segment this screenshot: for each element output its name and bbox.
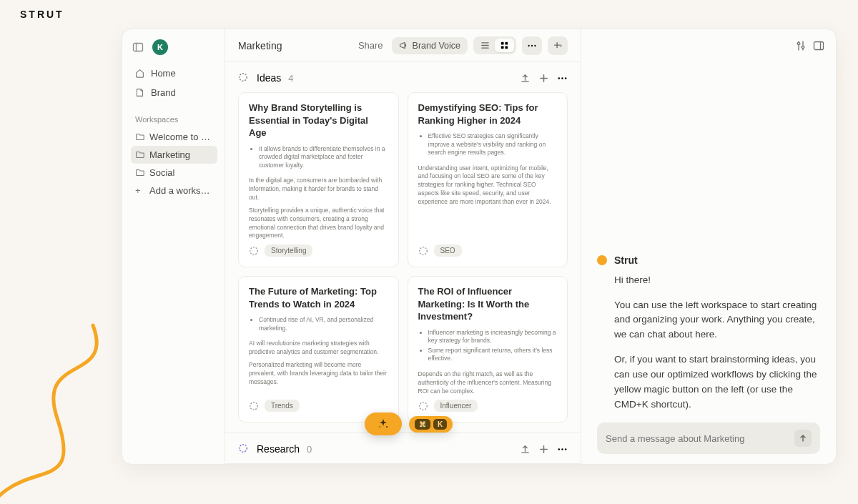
- page-title: Marketing: [238, 40, 282, 51]
- card-title: The ROI of Influencer Marketing: Is It W…: [418, 285, 558, 323]
- workspace-label: Welcome to Strut (St...: [149, 132, 213, 142]
- svg-point-12: [564, 77, 566, 79]
- card-title: The Future of Marketing: Top Trends to W…: [249, 285, 388, 310]
- cards-grid-ideas: Why Brand Storytelling is Essential in T…: [225, 92, 581, 433]
- svg-point-26: [802, 46, 804, 48]
- site-brand: STRUT: [20, 9, 64, 20]
- section-label: Research: [257, 443, 300, 455]
- add-icon[interactable]: [538, 443, 549, 455]
- export-icon[interactable]: [519, 72, 531, 84]
- new-menu-button[interactable]: [548, 36, 568, 55]
- folder-icon: [135, 132, 144, 142]
- home-icon: [135, 69, 145, 78]
- nav-list: HomeBrand: [131, 65, 217, 101]
- svg-point-30: [379, 426, 380, 428]
- section-count: 4: [288, 73, 293, 84]
- card-bullets: Effective SEO strategies can significant…: [418, 132, 558, 158]
- svg-rect-4: [501, 46, 504, 49]
- svg-point-10: [558, 77, 559, 79]
- section-status-icon: [238, 443, 250, 455]
- right-panel-toggle-icon[interactable]: [813, 40, 824, 51]
- card-para: In the digital age, consumers are bombar…: [249, 177, 388, 202]
- sidebar-item-social[interactable]: Social: [131, 164, 217, 182]
- svg-point-16: [419, 402, 427, 410]
- card-title: Demystifying SEO: Tips for Ranking Highe…: [418, 102, 558, 127]
- nav-item-brand[interactable]: Brand: [131, 84, 217, 101]
- strut-avatar-dot: [597, 255, 607, 265]
- send-button[interactable]: [794, 430, 812, 447]
- card-status-icon: [249, 246, 259, 256]
- svg-point-6: [528, 44, 529, 46]
- svg-point-19: [561, 448, 563, 450]
- workspaces-heading: Workspaces: [131, 112, 217, 128]
- section-count: 0: [307, 444, 312, 455]
- nav-label: Home: [151, 68, 176, 79]
- svg-rect-5: [505, 46, 508, 49]
- list-view-button[interactable]: [475, 39, 495, 52]
- svg-rect-27: [814, 42, 824, 50]
- sidebar-item-welcome-to-strut-st-[interactable]: Welcome to Strut (St...: [131, 128, 217, 146]
- more-menu-button[interactable]: [522, 36, 542, 55]
- sidebar-item-marketing[interactable]: Marketing: [131, 146, 217, 164]
- brand-voice-label: Brand Voice: [413, 41, 460, 51]
- add-icon[interactable]: [538, 72, 549, 84]
- grid-view-button[interactable]: [495, 39, 514, 52]
- svg-point-13: [250, 247, 258, 255]
- svg-point-29: [386, 426, 388, 428]
- svg-rect-3: [505, 42, 508, 45]
- folder-icon: [135, 168, 144, 177]
- card-status-icon: [418, 401, 428, 411]
- share-button[interactable]: Share: [358, 40, 383, 51]
- card-para: Depends on the right match, as well as t…: [418, 370, 558, 396]
- card[interactable]: Why Brand Storytelling is Essential in T…: [238, 92, 399, 267]
- card-bullet: Effective SEO strategies can significant…: [428, 132, 558, 157]
- section-status-icon: [238, 72, 250, 84]
- add-workspace-label: Add a workspace: [149, 185, 213, 196]
- svg-point-14: [419, 247, 427, 255]
- svg-point-15: [250, 402, 258, 410]
- folder-icon: [135, 150, 144, 159]
- main-scroll[interactable]: Ideas4Why Brand Storytelling is Essentia…: [225, 62, 581, 464]
- magic-button[interactable]: [365, 412, 402, 435]
- workspace-label: Social: [149, 167, 213, 178]
- more-icon[interactable]: [556, 443, 568, 455]
- card-tag: SEO: [434, 244, 462, 257]
- chat-para-2: Or, if you want to start brainstorming i…: [597, 352, 820, 412]
- magic-shortcut: ⌘ K: [409, 416, 453, 433]
- brand-voice-button[interactable]: Brand Voice: [392, 37, 468, 54]
- sparkle-icon: [378, 418, 389, 430]
- card-bullet: Continued rise of AI, VR, and personaliz…: [259, 316, 388, 332]
- card-status-icon: [418, 246, 428, 256]
- avatar[interactable]: K: [152, 39, 168, 55]
- svg-point-25: [797, 42, 799, 44]
- card-tag: Trends: [265, 400, 300, 412]
- svg-rect-2: [501, 42, 504, 45]
- svg-rect-0: [134, 44, 143, 51]
- card-para: Understanding user intent, optimizing fo…: [418, 164, 558, 207]
- chat-input[interactable]: [606, 433, 794, 444]
- card[interactable]: The ROI of Influencer Marketing: Is It W…: [408, 276, 568, 423]
- card-bullet: It allows brands to differentiate themse…: [259, 145, 388, 169]
- card[interactable]: Demystifying SEO: Tips for Ranking Highe…: [408, 92, 568, 267]
- section-label: Ideas: [257, 72, 281, 84]
- svg-point-8: [534, 44, 536, 46]
- sliders-icon[interactable]: [796, 40, 807, 51]
- card-bullets: It allows brands to differentiate themse…: [249, 145, 388, 171]
- svg-point-17: [240, 445, 247, 453]
- add-workspace-button[interactable]: + Add a workspace: [131, 182, 217, 199]
- workspace-label: Marketing: [149, 149, 213, 160]
- nav-label: Brand: [151, 87, 176, 98]
- sidebar-toggle-icon[interactable]: [131, 40, 145, 54]
- card-para: AI will revolutionize marketing strategi…: [249, 340, 388, 357]
- card-bullet: Influencer marketing is increasingly bec…: [428, 329, 558, 345]
- more-icon[interactable]: [556, 72, 568, 84]
- chat-greeting: Hi there!: [597, 273, 820, 288]
- sidebar: K HomeBrand Workspaces Welcome to Strut …: [122, 29, 225, 464]
- nav-item-home[interactable]: Home: [131, 65, 217, 81]
- card-para: Storytelling provides a unique, authenti…: [249, 207, 388, 241]
- kbd-k: K: [433, 419, 447, 430]
- export-icon[interactable]: [519, 443, 531, 455]
- assistant-message: Strut Hi there! You can use the left wor…: [597, 255, 820, 454]
- megaphone-icon: [399, 41, 408, 50]
- card[interactable]: The Future of Marketing: Top Trends to W…: [238, 276, 399, 423]
